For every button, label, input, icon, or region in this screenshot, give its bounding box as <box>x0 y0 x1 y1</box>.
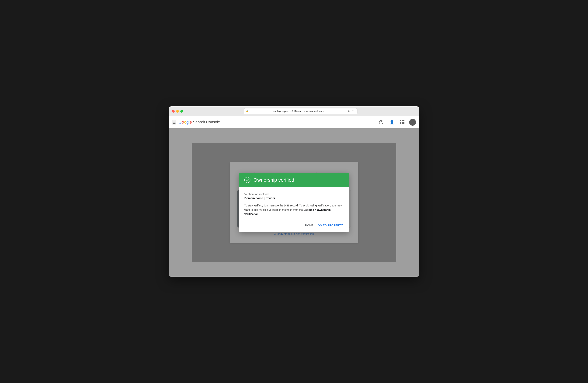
app-bar: ☰ Google Search Console ? 👤 <box>169 116 419 128</box>
app-logo: Google Search Console <box>178 120 220 125</box>
ownership-verified-dialog: Ownership verified Verification method: … <box>239 173 349 232</box>
logo-g: G <box>178 120 182 125</box>
traffic-lights <box>172 110 183 113</box>
browser-window: 🔒 search.google.com/u/1/search-console/w… <box>169 106 419 277</box>
reader-mode-button[interactable]: ⊕ <box>347 109 350 113</box>
verification-note: To stay verified, don't remove the DNS r… <box>244 203 344 216</box>
main-content: Welcome to Google Search Console To star… <box>169 128 419 277</box>
note-end: . <box>259 212 259 215</box>
refresh-button[interactable]: ↻ <box>352 109 355 113</box>
help-button[interactable]: ? <box>377 118 385 126</box>
maximize-button[interactable] <box>180 110 183 113</box>
check-circle-icon <box>244 177 251 183</box>
verification-method-label: Verification method: <box>244 192 344 196</box>
verification-method-value: Domain name provider <box>244 196 344 200</box>
address-bar-actions: ⊕ ↻ <box>347 109 355 113</box>
app-name: Search Console <box>193 120 220 124</box>
menu-button[interactable]: ☰ <box>172 120 176 125</box>
address-bar[interactable]: 🔒 search.google.com/u/1/search-console/w… <box>244 108 357 114</box>
go-to-property-button[interactable]: GO TO PROPERTY <box>317 222 344 229</box>
done-button[interactable]: DONE <box>304 222 314 229</box>
close-button[interactable] <box>172 110 175 113</box>
logo-e: e <box>190 120 192 125</box>
dialog-title: Ownership verified <box>253 177 294 183</box>
avatar[interactable] <box>409 119 416 126</box>
logo-o1: o <box>182 120 184 125</box>
logo-g2: g <box>186 120 189 125</box>
dialog-overlay: Ownership verified Verification method: … <box>192 143 396 262</box>
apps-icon <box>400 120 404 124</box>
dialog-body: Verification method: Domain name provide… <box>239 187 349 219</box>
apps-button[interactable] <box>399 118 406 126</box>
add-user-icon: 👤 <box>389 120 394 125</box>
minimize-button[interactable] <box>176 110 179 113</box>
dialog-header: Ownership verified <box>239 173 349 187</box>
app-bar-actions: ? 👤 <box>377 118 416 126</box>
logo-o2: o <box>184 120 186 125</box>
help-icon: ? <box>379 120 383 124</box>
dialog-actions: DONE GO TO PROPERTY <box>239 219 349 232</box>
add-user-button[interactable]: 👤 <box>388 118 396 126</box>
lock-icon: 🔒 <box>246 110 249 112</box>
title-bar: 🔒 search.google.com/u/1/search-console/w… <box>169 106 419 116</box>
url-text: search.google.com/u/1/search-console/wel… <box>250 110 346 113</box>
